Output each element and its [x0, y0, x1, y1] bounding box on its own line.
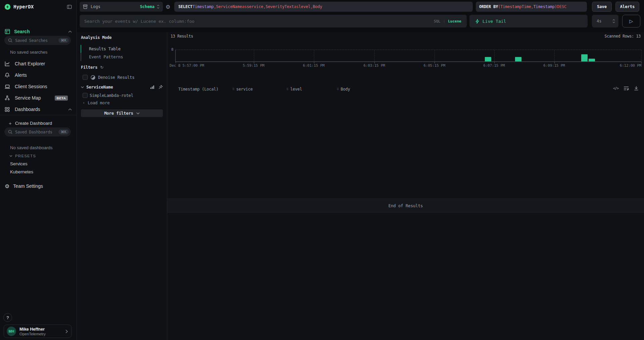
sidebar-item-label: Search [14, 29, 30, 34]
saved-dashboards-input[interactable]: Saved Dashboards ⌘K [4, 127, 71, 136]
refresh-icon[interactable]: ↻ [100, 65, 103, 70]
query-token: , [214, 4, 216, 9]
drag-handle-icon[interactable]: ⠿ [286, 88, 288, 91]
mode-results-table[interactable]: Results Table [81, 45, 164, 53]
query-token: TimestampTime [500, 4, 531, 9]
column-header-level[interactable]: ⠿level [286, 87, 337, 92]
alerts-button[interactable]: Alerts [615, 2, 639, 12]
avatar: MH [7, 327, 16, 336]
results-histogram[interactable]: 8 Dec 8 5:57:00 PM5:59:15 PM6:01:15 PM6:… [171, 42, 641, 82]
help-button[interactable]: ? [3, 313, 12, 322]
column-header-timestamp[interactable]: Timestamp (Local) [178, 87, 232, 92]
column-header-body[interactable]: ⠿Body [337, 87, 644, 92]
x-axis-tick-label: 6:05:15 PM [424, 63, 445, 68]
event-search-box[interactable]: SQL | Lucene [80, 15, 467, 27]
sidebar-item-dashboards[interactable]: Dashboards [0, 104, 77, 115]
create-dashboard-button[interactable]: + Create Dashboard [0, 119, 77, 127]
filter-group-name: ServiceName [86, 84, 113, 90]
drag-handle-icon[interactable]: ⠿ [337, 88, 339, 91]
more-filters-button[interactable]: More filters [81, 109, 163, 117]
order-by-editor[interactable]: ORDER BY (TimestampTime, Timestamp) DESC [476, 2, 587, 12]
shortcut-badge: ⌘K [58, 38, 69, 43]
sidebar-item-team-settings[interactable]: ⚙ Team Settings [0, 182, 77, 190]
query-token: DESC [557, 4, 566, 9]
chevron-up-icon[interactable] [68, 108, 72, 111]
histogram-bar[interactable] [589, 59, 595, 62]
presets-section-toggle[interactable]: PRESETS [9, 154, 36, 158]
refresh-interval-select[interactable]: 4s [592, 15, 618, 27]
sql-toggle[interactable]: SQL [434, 19, 441, 23]
play-button[interactable]: ▷ [622, 15, 640, 27]
filter-value-label: SimpleLambda-rotel [90, 93, 133, 98]
bell-icon [5, 72, 10, 78]
query-token: Timestamp [534, 4, 555, 9]
histogram-bar[interactable] [581, 54, 588, 61]
sidebar-item-search[interactable]: Search [0, 26, 77, 37]
sidebar-item-label: Dashboards [15, 107, 40, 112]
column-header-service[interactable]: ⠿service [232, 87, 286, 92]
sidebar-item-service-map[interactable]: Service Map BETA [0, 92, 77, 104]
filter-group-servicename[interactable]: ServiceName [81, 84, 163, 90]
saved-searches-input[interactable]: Saved Searches ⌘K [4, 36, 71, 45]
live-tail-button[interactable]: Live Tail [469, 15, 588, 27]
histogram-bar[interactable] [515, 57, 521, 61]
sql-select-editor[interactable]: SELECT Timestamp, ServiceName as service… [174, 2, 473, 12]
live-tail-label: Live Tail [482, 19, 506, 24]
chevron-up-icon[interactable] [68, 31, 72, 33]
shortcut-badge: ⌘K [58, 129, 69, 134]
toggle-divider: | [443, 19, 446, 23]
query-token: Timestamp [192, 4, 214, 9]
sidebar-item-alerts[interactable]: Alerts [0, 69, 77, 81]
content: Analysis Mode Results Table Event Patter… [77, 32, 644, 340]
source-label: Logs [91, 4, 100, 9]
select-chevrons-icon [157, 5, 159, 9]
sidebar-item-label: Alerts [15, 72, 27, 78]
table-header: Timestamp (Local) ⠿service ⠿level ⠿Body [167, 85, 644, 93]
query-token: as [242, 4, 247, 9]
filter-value-checkbox[interactable] [83, 93, 88, 98]
histogram-bar[interactable] [485, 57, 491, 61]
user-card[interactable]: MH Mike Heffner OpenTelemetry [4, 325, 72, 338]
hyperdx-logo-icon [5, 4, 10, 10]
saved-dashboards-placeholder: Saved Dashboards [15, 130, 52, 134]
query-token: ) [555, 4, 557, 9]
search-icon [8, 38, 12, 43]
denoise-checkbox[interactable] [83, 75, 88, 80]
load-more-button[interactable]: › Load more [83, 100, 109, 105]
x-axis-tick-label: 6:07:15 PM [483, 63, 505, 68]
sidebar-collapse-icon[interactable] [67, 4, 72, 9]
topbar: Logs Schema ⚙ SELECT Timestamp, ServiceN… [77, 0, 644, 12]
source-settings-gear-icon[interactable]: ⚙ [166, 2, 170, 12]
filter-panel: Analysis Mode Results Table Event Patter… [77, 32, 167, 340]
presets-label: PRESETS [15, 154, 36, 158]
lightning-bolt-icon [475, 19, 479, 24]
sidebar-item-client-sessions[interactable]: Client Sessions [0, 81, 77, 92]
source-select[interactable]: Logs Schema [80, 2, 163, 12]
mode-event-patterns[interactable]: Event Patterns [81, 53, 164, 61]
gridline [554, 50, 555, 61]
query-token: , [531, 4, 534, 9]
source-box-icon [83, 4, 88, 9]
chart-bars-icon[interactable] [150, 85, 155, 89]
preset-item-services[interactable]: Services [10, 161, 28, 166]
service-map-icon [5, 95, 10, 101]
sidebar-item-label: Chart Explorer [15, 61, 45, 66]
search-input[interactable] [80, 19, 434, 24]
lucene-toggle[interactable]: Lucene [448, 19, 461, 23]
query-token: ( [498, 4, 500, 9]
chart-explorer-icon [5, 61, 10, 66]
user-meta: Mike Heffner OpenTelemetry [19, 327, 46, 336]
save-button[interactable]: Save [592, 2, 612, 12]
preset-item-kubernetes[interactable]: Kubernetes [10, 169, 33, 174]
sidebar-item-chart-explorer[interactable]: Chart Explorer [0, 58, 77, 69]
select-chevrons-icon [612, 19, 615, 23]
sidebar-item-label: Client Sessions [15, 84, 47, 89]
pin-icon[interactable] [158, 85, 163, 89]
drag-handle-icon[interactable]: ⠿ [232, 88, 234, 91]
histogram-plot-area[interactable] [175, 50, 641, 62]
chevron-down-icon [81, 86, 84, 88]
search-grid-icon [5, 29, 10, 34]
query-token: Body [313, 4, 322, 9]
query-token: SeverityText [266, 4, 294, 9]
gridline [254, 50, 254, 61]
